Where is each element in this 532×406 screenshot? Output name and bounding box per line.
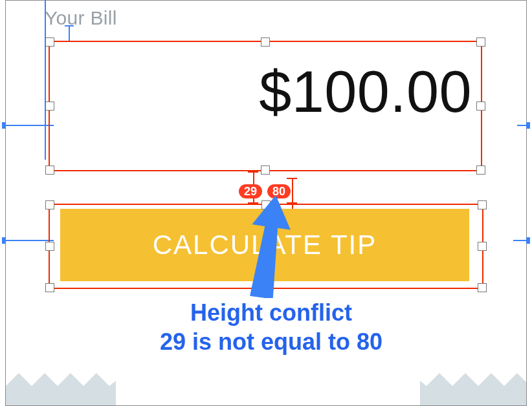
edge-tick bbox=[526, 122, 530, 129]
resize-handle[interactable] bbox=[261, 37, 270, 47]
resize-handle[interactable] bbox=[45, 166, 54, 175]
selected-textfield[interactable] bbox=[49, 41, 482, 171]
annotation-line-1: Height conflict bbox=[190, 299, 352, 326]
annotation-line-2: 29 is not equal to 80 bbox=[160, 328, 382, 355]
alignment-guide-left-2 bbox=[2, 240, 54, 241]
selected-button[interactable] bbox=[49, 204, 483, 289]
text-cursor-icon bbox=[62, 25, 76, 42]
edge-tick bbox=[526, 237, 530, 244]
input-placeholder-label: Your Bill bbox=[45, 7, 117, 29]
resize-handle[interactable] bbox=[476, 166, 485, 175]
resize-handle[interactable] bbox=[476, 37, 485, 47]
resize-handle[interactable] bbox=[45, 102, 54, 111]
resize-handle[interactable] bbox=[45, 200, 54, 209]
alignment-guide-left bbox=[2, 125, 54, 126]
resize-handle[interactable] bbox=[476, 102, 485, 111]
torn-edge-decoration bbox=[6, 367, 526, 405]
resize-handle[interactable] bbox=[261, 200, 271, 209]
annotation-text: Height conflict 29 is not equal to 80 bbox=[103, 298, 439, 356]
resize-handle[interactable] bbox=[478, 242, 487, 251]
resize-handle[interactable] bbox=[45, 37, 54, 47]
constraint-gap-indicator: 29 80 bbox=[239, 170, 316, 202]
resize-handle[interactable] bbox=[261, 283, 271, 292]
edge-tick bbox=[2, 237, 6, 244]
resize-handle[interactable] bbox=[478, 283, 487, 292]
resize-handle[interactable] bbox=[45, 283, 54, 292]
edge-tick bbox=[2, 122, 6, 129]
resize-handle[interactable] bbox=[478, 200, 487, 209]
constraint-badge-b[interactable]: 80 bbox=[267, 184, 291, 198]
canvas[interactable]: Your Bill $100.00 29 80 CALCULATE TIP bbox=[5, 0, 527, 406]
constraint-badge-a[interactable]: 29 bbox=[239, 184, 262, 198]
resize-handle[interactable] bbox=[45, 242, 54, 251]
